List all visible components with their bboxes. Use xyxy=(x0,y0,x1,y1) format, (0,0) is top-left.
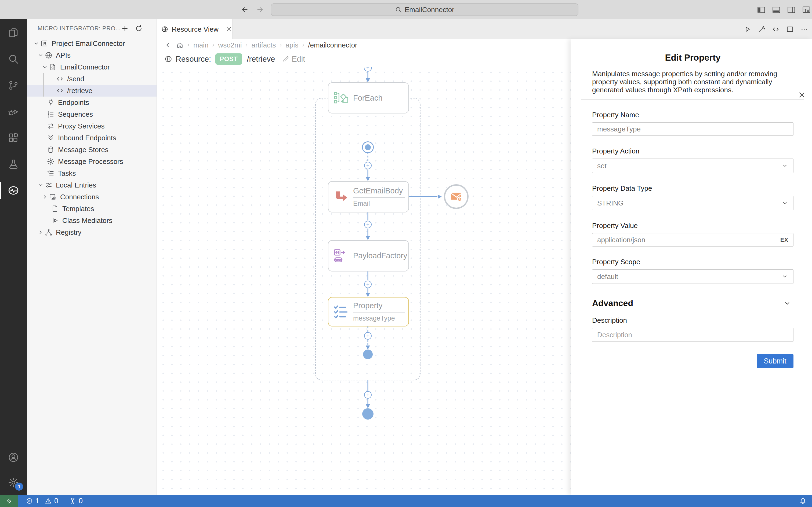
activity-item-source-control[interactable] xyxy=(0,79,27,91)
tree-item-local-entries[interactable]: Local Entries xyxy=(27,179,157,191)
problems-indicator[interactable]: 1 0 xyxy=(26,497,58,505)
activity-item-accounts[interactable] xyxy=(0,451,27,463)
add-mediator-button[interactable] xyxy=(364,332,372,340)
add-mediator-button[interactable] xyxy=(364,221,372,228)
panel-divider xyxy=(581,99,804,100)
tree-item-project-emailconnector[interactable]: Project EmailConnector xyxy=(27,38,157,49)
tree-item-apis[interactable]: APIs xyxy=(27,49,157,61)
search-icon xyxy=(395,6,402,13)
ai-wand-icon[interactable] xyxy=(758,25,766,33)
sequence-start-node[interactable] xyxy=(362,142,374,153)
add-mediator-button[interactable] xyxy=(364,281,372,288)
tree-item-message-stores[interactable]: Message Stores xyxy=(27,144,157,156)
tree-item-registry[interactable]: Registry xyxy=(27,226,157,238)
tree-item-proxy-services[interactable]: Proxy Services xyxy=(27,120,157,132)
chevron-down-icon[interactable] xyxy=(33,40,40,47)
chevron-right-icon[interactable] xyxy=(41,193,48,201)
add-mediator-top-button[interactable] xyxy=(364,67,372,72)
vscode-window: EmailConnector 1 MICRO INTEGRATOR: PRO..… xyxy=(0,0,812,507)
chevron-down-icon[interactable] xyxy=(41,64,48,70)
more-actions-icon[interactable] xyxy=(800,25,808,33)
property-name-input[interactable] xyxy=(597,125,789,133)
home-icon[interactable] xyxy=(176,41,184,49)
title-bar: EmailConnector xyxy=(0,0,812,19)
remote-icon xyxy=(6,498,13,505)
description-input[interactable] xyxy=(597,331,789,339)
tree-item-inbound-endpoints[interactable]: Inbound Endpoints xyxy=(27,132,157,144)
tree-item-message-processors[interactable]: Message Processors xyxy=(27,156,157,167)
ports-indicator[interactable]: 0 xyxy=(69,497,83,505)
activity-item-extensions[interactable] xyxy=(0,132,27,144)
activity-item-run-and-debug[interactable] xyxy=(0,106,27,117)
breadcrumb-item[interactable]: wso2mi xyxy=(218,41,242,49)
tree-item-label: /retrieve xyxy=(67,87,92,95)
property-data-type-select[interactable]: STRING xyxy=(592,196,794,210)
command-search-input[interactable]: EmailConnector xyxy=(271,3,578,16)
node-title: GetEmailBody xyxy=(353,186,405,198)
activity-item-settings[interactable]: 1 xyxy=(0,477,27,489)
toggle-sidebar-icon[interactable] xyxy=(757,5,766,14)
payload-factory-node[interactable]: PayloadFactory xyxy=(328,240,409,272)
close-tab-icon[interactable] xyxy=(225,26,232,33)
tree-item-send[interactable]: /send xyxy=(27,73,157,85)
search-icon xyxy=(8,53,19,65)
advanced-section-toggle[interactable]: Advanced xyxy=(592,298,794,308)
broadcast-icon xyxy=(69,497,76,505)
tab-resource-view[interactable]: Resource View xyxy=(157,19,233,39)
activity-item-explorer[interactable] xyxy=(0,27,27,39)
breadcrumb: mainwso2miartifactsapis/emailconnector xyxy=(157,39,571,51)
activity-item-search[interactable] xyxy=(0,53,27,65)
show-source-icon[interactable] xyxy=(772,25,780,33)
property-scope-select[interactable]: default xyxy=(592,269,794,284)
tree-item-connections[interactable]: Connections xyxy=(27,191,157,203)
breadcrumb-back-icon[interactable] xyxy=(165,41,172,49)
forward-arrow-icon[interactable] xyxy=(256,5,264,14)
tree-item-label: Inbound Endpoints xyxy=(58,134,116,142)
tree-item-class-mediators[interactable]: Class Mediators xyxy=(27,215,157,226)
customize-layout-icon[interactable] xyxy=(802,5,811,14)
email-connection-node[interactable] xyxy=(444,184,468,209)
toggle-secondary-sidebar-icon[interactable] xyxy=(787,5,796,14)
tree-item-tasks[interactable]: Tasks xyxy=(27,167,157,179)
foreach-node[interactable]: ForEach xyxy=(328,82,409,113)
edit-resource-button[interactable]: Edit xyxy=(282,55,305,64)
run-icon[interactable] xyxy=(743,25,751,33)
breadcrumb-item[interactable]: /emailconnector xyxy=(308,41,357,49)
add-mediator-button[interactable] xyxy=(364,162,372,169)
tree-item-endpoints[interactable]: Endpoints xyxy=(27,97,157,108)
breadcrumb-item[interactable]: main xyxy=(193,41,208,49)
chevron-right-icon[interactable] xyxy=(37,229,44,236)
refresh-icon[interactable] xyxy=(135,24,143,33)
expression-badge[interactable]: EX xyxy=(780,237,789,243)
submit-button[interactable]: Submit xyxy=(757,354,794,368)
close-panel-icon[interactable] xyxy=(798,91,806,99)
activity-item-testing[interactable] xyxy=(0,158,27,170)
breadcrumb-item[interactable]: artifacts xyxy=(252,41,276,49)
property-node[interactable]: Property messageType xyxy=(328,297,409,327)
resource-bar: Resource: POST /retrieve Edit xyxy=(157,51,571,67)
notifications-bell-icon[interactable] xyxy=(799,497,807,505)
back-arrow-icon[interactable] xyxy=(240,5,249,14)
sequence-end-node[interactable] xyxy=(363,349,373,359)
tree-item-retrieve[interactable]: /retrieve xyxy=(27,85,157,97)
add-mediator-button[interactable] xyxy=(364,391,372,399)
flow-end-node[interactable] xyxy=(362,408,373,419)
split-editor-icon[interactable] xyxy=(786,25,794,33)
tree-item-templates[interactable]: Templates xyxy=(27,203,157,215)
property-action-select[interactable]: set xyxy=(592,159,794,173)
get-email-body-node[interactable]: GetEmailBody Email xyxy=(328,181,409,213)
tree-item-label: Class Mediators xyxy=(62,217,112,225)
property-value-input[interactable] xyxy=(597,236,780,244)
remote-indicator[interactable] xyxy=(0,495,18,507)
tree-item-sequences[interactable]: Sequences xyxy=(27,108,157,120)
flow-canvas[interactable]: ForEach GetEmailBody Email PayloadFactor… xyxy=(157,67,571,495)
add-project-icon[interactable] xyxy=(121,24,129,33)
endpoint-icon xyxy=(47,99,55,107)
breadcrumb-item[interactable]: apis xyxy=(286,41,299,49)
activity-item-micro-integrator[interactable] xyxy=(0,184,27,196)
history-nav xyxy=(240,0,264,19)
chevron-down-icon[interactable] xyxy=(37,52,44,59)
chevron-down-icon[interactable] xyxy=(37,182,44,188)
tree-item-emailconnector[interactable]: EmailConnector xyxy=(27,61,157,73)
toggle-panel-icon[interactable] xyxy=(772,5,781,14)
